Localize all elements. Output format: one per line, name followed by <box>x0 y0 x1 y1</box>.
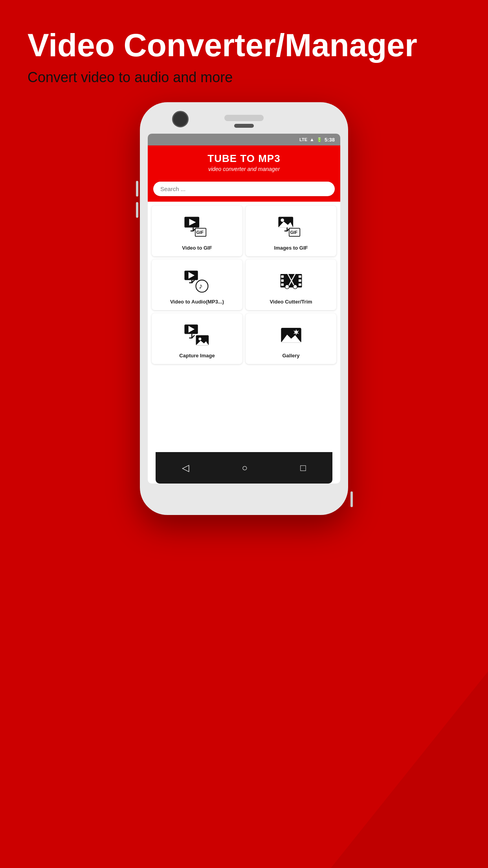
images-gif-icon: GIF <box>275 213 307 241</box>
volume-down-button <box>136 202 138 218</box>
background-title: Video Converter/Manager <box>28 28 460 63</box>
svg-rect-15 <box>281 280 284 282</box>
volume-up-button <box>136 181 138 197</box>
grid-item-images-to-gif[interactable]: GIF Images to GIF <box>246 206 336 256</box>
capture-image-icon <box>182 321 213 349</box>
grid-item-video-to-audio[interactable]: ♪ Video to Audio(MP3...) <box>152 259 242 310</box>
phone-button-top <box>234 124 254 128</box>
svg-point-27 <box>198 338 201 340</box>
svg-point-22 <box>285 285 289 289</box>
gallery-icon <box>275 321 307 349</box>
grid-label-gallery: Gallery <box>282 353 299 359</box>
nav-bar: ◁ ○ □ <box>156 452 332 484</box>
svg-text:GIF: GIF <box>196 230 204 235</box>
phone-screen: LTE ▲ 🔋 5:38 TUBE TO MP3 video converter… <box>148 134 340 484</box>
power-button <box>350 491 353 507</box>
search-input[interactable] <box>160 186 328 192</box>
phone-side-buttons-right <box>350 491 353 507</box>
svg-rect-14 <box>281 275 284 278</box>
signal-icon: ▲ <box>310 137 314 142</box>
grid-label-images-to-gif: Images to GIF <box>274 245 308 251</box>
grid-item-video-to-gif[interactable]: GIF Video to GIF <box>152 206 242 256</box>
phone-camera <box>172 111 189 127</box>
grid-label-video-cutter: Video Cutter/Trim <box>270 299 312 305</box>
phone-outer: LTE ▲ 🔋 5:38 TUBE TO MP3 video converter… <box>140 102 348 515</box>
back-button[interactable]: ◁ <box>182 462 189 473</box>
battery-icon: 🔋 <box>317 137 322 142</box>
svg-point-5 <box>281 219 284 222</box>
status-lte: LTE <box>299 137 307 142</box>
background-header: Video Converter/Manager Convert video to… <box>0 0 488 101</box>
svg-text:GIF: GIF <box>290 230 297 235</box>
recent-button[interactable]: □ <box>300 462 306 473</box>
svg-rect-19 <box>298 283 301 286</box>
app-subtitle: video converter and manager <box>152 166 336 172</box>
status-time: 5:38 <box>325 137 335 143</box>
video-gif-icon: GIF <box>182 213 213 241</box>
grid-item-capture-image[interactable]: Capture Image <box>152 313 242 364</box>
video-audio-icon: ♪ <box>182 267 213 295</box>
phone-device: LTE ▲ 🔋 5:38 TUBE TO MP3 video converter… <box>140 102 348 515</box>
svg-rect-16 <box>281 283 284 286</box>
svg-rect-18 <box>298 280 301 282</box>
grid-item-gallery[interactable]: Gallery <box>246 313 336 364</box>
phone-side-buttons-left <box>136 181 138 218</box>
video-cutter-icon <box>275 267 307 295</box>
grid-label-capture-image: Capture Image <box>179 353 215 359</box>
status-bar: LTE ▲ 🔋 5:38 <box>148 134 340 145</box>
app-title: TUBE TO MP3 <box>152 153 336 165</box>
svg-point-23 <box>293 285 297 289</box>
search-container <box>148 178 340 202</box>
grid-item-video-cutter[interactable]: Video Cutter/Trim <box>246 259 336 310</box>
phone-speaker <box>224 115 264 121</box>
svg-text:♪: ♪ <box>199 282 202 290</box>
home-button[interactable]: ○ <box>242 462 248 473</box>
grid-label-video-to-gif: Video to GIF <box>182 245 212 251</box>
background-subtitle: Convert video to audio and more <box>28 69 460 86</box>
svg-rect-17 <box>298 275 301 278</box>
search-input-wrapper[interactable] <box>153 182 335 196</box>
feature-grid: GIF Video to GIF <box>148 202 340 368</box>
app-header: TUBE TO MP3 video converter and manager <box>148 145 340 178</box>
grid-label-video-to-audio: Video to Audio(MP3...) <box>170 299 224 305</box>
